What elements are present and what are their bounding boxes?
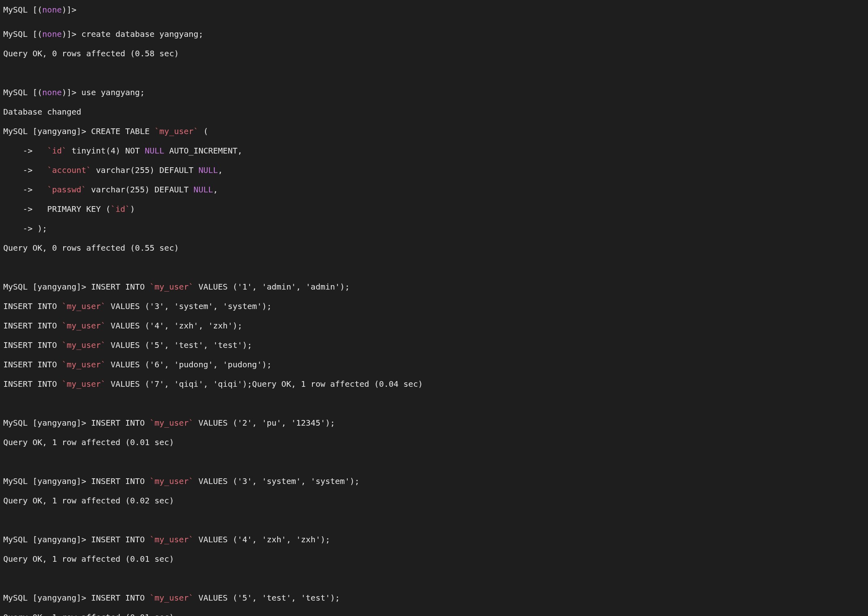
terminal-line: INSERT INTO `my_user` VALUES ('5', 'test…	[3, 340, 868, 350]
prompt-segment: MySQL [(	[3, 5, 42, 15]
sql-text: )]> use yangyang;	[62, 87, 145, 97]
sql-text: MySQL [yangyang]> INSERT INTO	[3, 282, 150, 292]
result-text: Query OK, 1 row affected (0.01 sec)	[3, 554, 174, 564]
result-text: Query OK, 0 rows affected (0.58 sec)	[3, 49, 179, 58]
sql-text: MySQL [yangyang]> CREATE TABLE	[3, 126, 154, 136]
sql-text: VALUES ('3', 'system', 'system');	[106, 301, 272, 311]
null-token: NULL	[145, 146, 164, 156]
sql-text: INSERT INTO	[3, 379, 62, 389]
terminal-line: MySQL [(none)]> create database yangyang…	[3, 29, 868, 39]
sql-text: -> PRIMARY KEY (	[3, 204, 111, 214]
terminal-line: MySQL [yangyang]> INSERT INTO `my_user` …	[3, 282, 868, 292]
identifier-my-user: `my_user`	[150, 593, 193, 603]
terminal-line: MySQL [(none)]>	[3, 5, 868, 15]
sql-text: tinyint(4) NOT	[67, 146, 145, 156]
terminal-line: Query OK, 0 rows affected (0.55 sec)	[3, 243, 868, 253]
sql-text: MySQL [yangyang]> INSERT INTO	[3, 418, 150, 428]
identifier-my-user: `my_user`	[62, 301, 106, 311]
identifier-passwd: `passwd`	[47, 185, 86, 194]
identifier-my-user: `my_user`	[62, 340, 106, 350]
terminal-line: -> );	[3, 224, 868, 233]
null-token: NULL	[194, 185, 213, 194]
terminal-line: Query OK, 1 row affected (0.01 sec)	[3, 554, 868, 564]
identifier-id: `id`	[47, 146, 66, 156]
sql-text: INSERT INTO	[3, 301, 62, 311]
terminal-line: Query OK, 1 row affected (0.01 sec)	[3, 437, 868, 447]
terminal-line: MySQL [(none)]> use yangyang;	[3, 87, 868, 97]
sql-text: ,	[213, 185, 218, 194]
sql-text: -> );	[3, 224, 47, 233]
blank-line	[3, 399, 868, 408]
sql-text: ,	[218, 165, 223, 175]
sql-text: VALUES ('5', 'test', 'test');	[194, 593, 340, 603]
sql-text: VALUES ('5', 'test', 'test');	[106, 340, 252, 350]
sql-text: VALUES ('3', 'system', 'system');	[194, 476, 359, 486]
terminal-line: INSERT INTO `my_user` VALUES ('6', 'pudo…	[3, 360, 868, 369]
sql-text: VALUES ('4', 'zxh', 'zxh');	[106, 321, 242, 330]
sql-text: INSERT INTO	[3, 340, 62, 350]
prompt-segment: MySQL [(	[3, 87, 42, 97]
terminal-line: -> `account` varchar(255) DEFAULT NULL,	[3, 165, 868, 175]
sql-text: MySQL [yangyang]> INSERT INTO	[3, 593, 150, 603]
blank-line	[3, 515, 868, 525]
sql-text: varchar(255) DEFAULT	[86, 185, 194, 194]
result-text: Query OK, 1 row affected (0.01 sec)	[3, 437, 174, 447]
identifier-account: `account`	[47, 165, 91, 175]
blank-line	[3, 68, 868, 78]
null-token: NULL	[199, 165, 218, 175]
prompt-segment: )]>	[62, 5, 77, 15]
identifier-my-user: `my_user`	[150, 476, 193, 486]
continuation-arrow: ->	[3, 185, 47, 194]
blank-line	[3, 573, 868, 583]
terminal-line: INSERT INTO `my_user` VALUES ('4', 'zxh'…	[3, 321, 868, 330]
sql-text: VALUES ('2', 'pu', '12345');	[194, 418, 335, 428]
result-text: Database changed	[3, 107, 81, 117]
sql-text: VALUES ('7', 'qiqi', 'qiqi');Query OK, 1…	[106, 379, 423, 389]
terminal-line: Database changed	[3, 107, 868, 117]
result-text: Query OK, 0 rows affected (0.55 sec)	[3, 243, 179, 253]
prompt-segment: MySQL [(	[3, 29, 42, 39]
identifier-my-user: `my_user`	[150, 418, 193, 428]
terminal-line: MySQL [yangyang]> INSERT INTO `my_user` …	[3, 418, 868, 428]
result-text: Query OK, 1 row affected (0.02 sec)	[3, 496, 174, 505]
none-token: none	[42, 29, 62, 39]
terminal-line: Query OK, 0 rows affected (0.58 sec)	[3, 49, 868, 58]
terminal-line: MySQL [yangyang]> INSERT INTO `my_user` …	[3, 593, 868, 603]
terminal-line: MySQL [yangyang]> CREATE TABLE `my_user`…	[3, 126, 868, 136]
terminal-line: INSERT INTO `my_user` VALUES ('3', 'syst…	[3, 301, 868, 311]
terminal-line: -> PRIMARY KEY (`id`)	[3, 204, 868, 214]
identifier-my-user: `my_user`	[62, 360, 106, 369]
terminal-line: MySQL [yangyang]> INSERT INTO `my_user` …	[3, 476, 868, 486]
sql-text: MySQL [yangyang]> INSERT INTO	[3, 535, 150, 544]
identifier-id: `id`	[111, 204, 130, 214]
identifier-my-user: `my_user`	[62, 321, 106, 330]
sql-text: MySQL [yangyang]> INSERT INTO	[3, 476, 150, 486]
blank-line	[3, 262, 868, 272]
continuation-arrow: ->	[3, 165, 47, 175]
continuation-arrow: ->	[3, 146, 47, 156]
identifier-my-user: `my_user`	[62, 379, 106, 389]
terminal-line: INSERT INTO `my_user` VALUES ('7', 'qiqi…	[3, 379, 868, 389]
none-token: none	[42, 87, 62, 97]
terminal-line: -> `passwd` varchar(255) DEFAULT NULL,	[3, 185, 868, 194]
blank-line	[3, 457, 868, 467]
sql-text: VALUES ('1', 'admin', 'admin');	[194, 282, 350, 292]
sql-text: AUTO_INCREMENT,	[164, 146, 242, 156]
sql-text: )]> create database yangyang;	[62, 29, 203, 39]
none-token: none	[42, 5, 62, 15]
sql-text: varchar(255) DEFAULT	[91, 165, 199, 175]
terminal-line: MySQL [yangyang]> INSERT INTO `my_user` …	[3, 535, 868, 544]
identifier-my-user: `my_user`	[150, 282, 193, 292]
terminal-output[interactable]: MySQL [(none)]> MySQL [(none)]> create d…	[0, 0, 868, 616]
result-text: Query OK, 1 row affected (0.01 sec)	[3, 612, 174, 616]
sql-text: INSERT INTO	[3, 321, 62, 330]
identifier-my-user: `my_user`	[150, 535, 193, 544]
terminal-line: Query OK, 1 row affected (0.01 sec)	[3, 612, 868, 616]
sql-text: VALUES ('4', 'zxh', 'zxh');	[194, 535, 330, 544]
terminal-line: -> `id` tinyint(4) NOT NULL AUTO_INCREME…	[3, 146, 868, 156]
sql-text: (	[199, 126, 208, 136]
identifier-my-user: `my_user`	[154, 126, 198, 136]
sql-text: )	[130, 204, 135, 214]
sql-text: VALUES ('6', 'pudong', 'pudong');	[106, 360, 272, 369]
terminal-line: Query OK, 1 row affected (0.02 sec)	[3, 496, 868, 505]
